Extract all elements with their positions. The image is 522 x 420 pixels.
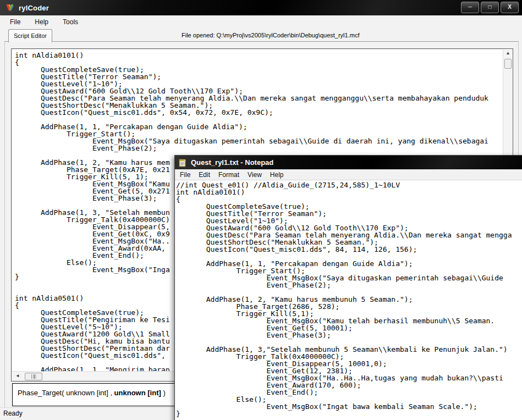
notepad-icon (178, 158, 187, 167)
notepad-text-area[interactable]: //int Quest_e01() //Aldia_Guide_(2715,24… (175, 180, 522, 420)
code-line: QuestIcon("Quest_misc01.dds", 0x54, 0x72… (15, 109, 503, 116)
menu-item[interactable]: Help (270, 171, 284, 179)
menu-item[interactable]: View (248, 171, 262, 179)
menu-item[interactable]: Format (218, 171, 239, 179)
hint-text-start: Phase_Target( unknown [int] , (18, 389, 114, 397)
menu-item[interactable]: File (180, 171, 190, 179)
text-line: int nAldia0101() (176, 189, 522, 196)
horizontal-scroll-thumb[interactable] (25, 373, 42, 380)
hint-current-param: unknown [int] (114, 389, 161, 397)
close-button[interactable]: X (501, 2, 519, 13)
scroll-up-icon[interactable]: ▲ (503, 49, 513, 58)
notepad-window: Quest_ryl1.txt - Notepad FileEditFormatV… (174, 155, 522, 420)
text-line: Event_Phase(2); (176, 281, 522, 289)
notepad-window-title: Quest_ryl1.txt - Notepad (191, 158, 273, 167)
text-line: } (176, 410, 522, 417)
rylcoder-titlebar[interactable]: rylCoder ─ □ X (0, 0, 522, 15)
menu-item[interactable]: Tools (63, 18, 78, 26)
menu-item[interactable]: Help (35, 18, 48, 26)
scroll-left-icon[interactable]: ◄ (14, 372, 21, 380)
text-line: Event_MsgBox("Ingat bawa kembali Seaman … (176, 403, 522, 410)
scroll-thumb-grip (31, 374, 36, 379)
text-line: Event_Phase(3); (176, 331, 522, 339)
rylcoder-window-title: rylCoder (19, 4, 49, 12)
menu-item[interactable]: File (10, 18, 20, 26)
code-line: Event_Phase(2); (15, 145, 503, 152)
tab-script-editor[interactable]: Script Editor (8, 29, 52, 42)
text-line: QuestIcon("Quest_misc01.dds", 84, 114, 1… (176, 246, 522, 253)
notepad-titlebar[interactable]: Quest_ryl1.txt - Notepad (175, 156, 522, 169)
minimize-button[interactable]: ─ (461, 2, 479, 13)
rylcoder-caption-buttons: ─ □ X (461, 2, 519, 13)
rylcoder-menubar: FileHelpTools (0, 15, 522, 29)
hint-text-end: ) (161, 389, 166, 397)
maximize-button[interactable]: □ (481, 2, 499, 13)
vertical-scroll-thumb[interactable] (504, 59, 512, 69)
menu-item[interactable]: Edit (199, 171, 210, 179)
code-line: int nAldia0101() (15, 52, 503, 59)
file-opened-label: File opened: Q:\myProj\vs2005\rylCoder\b… (182, 32, 359, 38)
screen: { "rylcoder": { "title": "rylCoder", "wi… (0, 0, 522, 420)
notepad-menubar: FileEditFormatViewHelp (175, 169, 522, 180)
rylcoder-app-icon (5, 3, 15, 13)
